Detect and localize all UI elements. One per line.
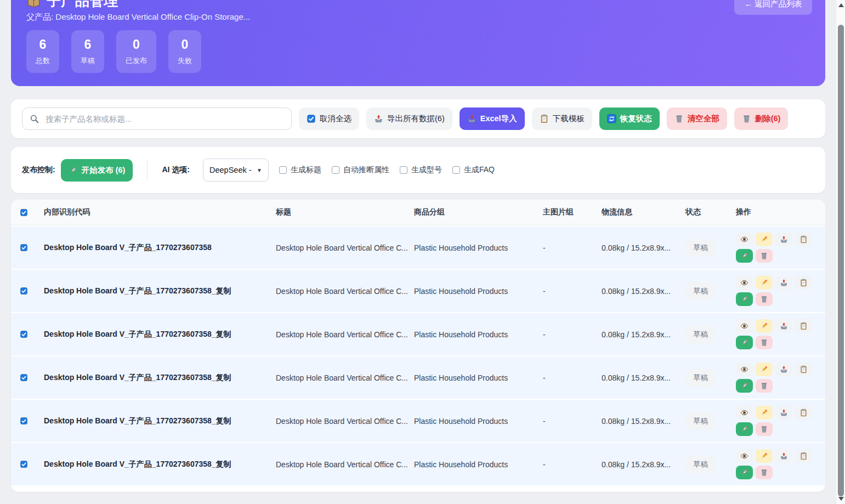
row-logistics-info: 0.08kg / 15.2x8.9x...: [595, 330, 679, 339]
publish-row-button[interactable]: [736, 422, 753, 436]
ai-model-select[interactable]: DeepSeek - ▼: [203, 158, 269, 182]
row-main-images: -: [536, 417, 595, 426]
edit-button[interactable]: [756, 449, 773, 463]
table-body: Desktop Hole Board V_子产品_1770273607358 D…: [11, 225, 825, 485]
export-row-button[interactable]: [775, 276, 792, 290]
delete-selected-button[interactable]: 删除(6): [734, 107, 789, 130]
select-all-checkbox[interactable]: [20, 208, 28, 217]
column-header-title: 标题: [269, 207, 407, 217]
option-generate-model[interactable]: 生成型号: [400, 165, 442, 175]
export-row-button[interactable]: [775, 319, 792, 333]
view-button[interactable]: [736, 449, 753, 463]
option-generate-model-label: 生成型号: [411, 165, 442, 175]
publish-row-button[interactable]: [736, 466, 753, 479]
option-generate-faq[interactable]: 生成FAQ: [452, 165, 495, 175]
option-generate-title[interactable]: 生成标题: [279, 165, 321, 175]
delete-row-button[interactable]: [756, 249, 773, 263]
checkbox-generate-title[interactable]: [279, 166, 287, 174]
copy-row-button[interactable]: [795, 406, 812, 420]
search-icon: [29, 114, 39, 124]
trash-icon: [760, 425, 768, 433]
option-auto-infer-attributes[interactable]: 自动推断属性: [332, 165, 389, 175]
view-button[interactable]: [736, 276, 753, 290]
upload-tray-icon: [780, 365, 788, 373]
publish-row-button[interactable]: [736, 249, 753, 263]
checkbox-auto-infer-attributes[interactable]: [332, 166, 339, 174]
row-product-group: Plastic Household Products: [407, 287, 536, 296]
row-internal-code: Desktop Hole Board V_子产品_1770273607358_复…: [37, 416, 269, 426]
delete-row-button[interactable]: [756, 466, 773, 479]
row-checkbox[interactable]: [20, 373, 28, 382]
view-button[interactable]: [736, 363, 753, 376]
row-main-images: -: [536, 373, 595, 382]
pencil-icon: [760, 365, 768, 373]
checkbox-generate-faq[interactable]: [452, 166, 460, 174]
delete-row-button[interactable]: [756, 336, 773, 349]
copy-row-button[interactable]: [795, 449, 812, 463]
row-checkbox[interactable]: [20, 417, 28, 425]
restore-status-button[interactable]: 恢复状态: [599, 107, 660, 130]
eye-icon: [740, 279, 748, 287]
stat-failed: 0 失败: [168, 30, 201, 73]
edit-button[interactable]: [756, 319, 773, 333]
scrollbar-up-arrow-icon[interactable]: [838, 3, 844, 7]
row-checkbox[interactable]: [20, 460, 28, 468]
delete-row-button[interactable]: [756, 422, 773, 436]
scrollbar-down-arrow-icon[interactable]: [838, 497, 844, 501]
edit-button[interactable]: [756, 363, 773, 376]
publish-row-button[interactable]: [736, 292, 753, 306]
column-header-logistics: 物流信息: [595, 207, 679, 217]
parent-product-info: 父产品: Desktop Hole Board Vertical Office …: [26, 12, 810, 22]
delete-row-button[interactable]: [756, 292, 773, 306]
upload-tray-icon: [374, 114, 383, 123]
sub-product-management-page: 子产品管理 父产品: Desktop Hole Board Vertical O…: [0, 0, 845, 504]
row-status-badge: 草稿: [685, 239, 716, 257]
export-row-button[interactable]: [775, 406, 792, 420]
pencil-icon: [760, 452, 768, 460]
row-product-group: Plastic Household Products: [407, 330, 536, 339]
row-main-images: -: [536, 330, 595, 339]
copy-row-button[interactable]: [795, 319, 812, 333]
vertical-scrollbar[interactable]: [836, 0, 845, 504]
row-status-badge: 草稿: [685, 412, 716, 430]
export-all-data-button[interactable]: 导出所有数据(6): [366, 107, 452, 130]
table-row: Desktop Hole Board V_子产品_1770273607358_复…: [11, 269, 825, 312]
export-row-button[interactable]: [775, 233, 792, 246]
copy-row-button[interactable]: [795, 233, 812, 246]
pencil-icon: [760, 279, 768, 287]
rocket-icon: [69, 166, 78, 175]
eye-icon: [740, 322, 748, 330]
back-to-product-list-button[interactable]: ← 返回产品列表: [734, 0, 812, 15]
column-header-code: 内部识别代码: [37, 207, 269, 217]
clear-all-button[interactable]: 清空全部: [667, 107, 727, 130]
row-checkbox[interactable]: [20, 243, 28, 252]
stat-failed-value: 0: [178, 37, 192, 52]
clipboard-icon: [540, 114, 549, 123]
checkbox-generate-model[interactable]: [400, 166, 407, 174]
view-button[interactable]: [736, 406, 753, 420]
export-row-button[interactable]: [775, 363, 792, 376]
publish-row-button[interactable]: [736, 379, 753, 393]
edit-button[interactable]: [756, 276, 773, 290]
deselect-all-button[interactable]: 取消全选: [299, 107, 359, 130]
copy-row-button[interactable]: [795, 363, 812, 376]
edit-button[interactable]: [756, 406, 773, 420]
row-checkbox[interactable]: [20, 287, 28, 295]
download-template-button[interactable]: 下载模板: [532, 107, 592, 130]
edit-button[interactable]: [756, 233, 773, 246]
start-publish-button[interactable]: 开始发布 (6): [61, 159, 133, 182]
view-button[interactable]: [736, 319, 753, 333]
excel-import-button[interactable]: Excel导入: [460, 107, 525, 130]
deselect-all-label: 取消全选: [320, 114, 351, 124]
row-checkbox[interactable]: [20, 330, 28, 338]
view-button[interactable]: [736, 233, 753, 246]
delete-row-button[interactable]: [756, 379, 773, 393]
export-row-button[interactable]: [775, 449, 792, 463]
copy-row-button[interactable]: [795, 276, 812, 290]
publish-row-button[interactable]: [736, 336, 753, 349]
search-box: [22, 107, 292, 130]
scrollbar-thumb[interactable]: [838, 25, 844, 496]
rocket-icon: [740, 382, 748, 390]
eye-icon: [740, 365, 748, 373]
search-input[interactable]: [22, 107, 292, 130]
